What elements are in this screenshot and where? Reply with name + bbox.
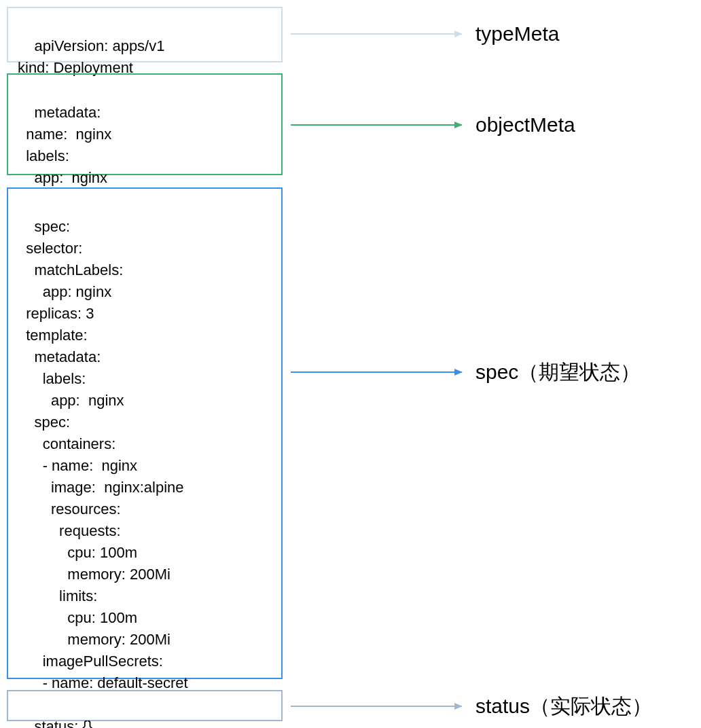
label-spec: spec（期望状态） — [475, 360, 641, 384]
spec-box: spec: selector: matchLabels: app: nginx … — [7, 187, 283, 679]
label-objectmeta: objectMeta — [475, 113, 575, 137]
typemeta-text: apiVersion: apps/v1 kind: Deployment — [18, 37, 164, 76]
objectmeta-box: metadata: name: nginx labels: app: nginx — [7, 73, 283, 175]
label-typemeta: typeMeta — [475, 22, 559, 46]
status-text: status: {} — [34, 718, 92, 728]
diagram-canvas: apiVersion: apps/v1 kind: Deployment met… — [0, 0, 701, 728]
label-status: status（实际状态） — [475, 694, 652, 718]
objectmeta-text: metadata: name: nginx labels: app: nginx — [18, 104, 111, 186]
status-box: status: {} — [7, 690, 283, 721]
typemeta-box: apiVersion: apps/v1 kind: Deployment — [7, 7, 283, 62]
spec-text: spec: selector: matchLabels: app: nginx … — [18, 218, 188, 691]
